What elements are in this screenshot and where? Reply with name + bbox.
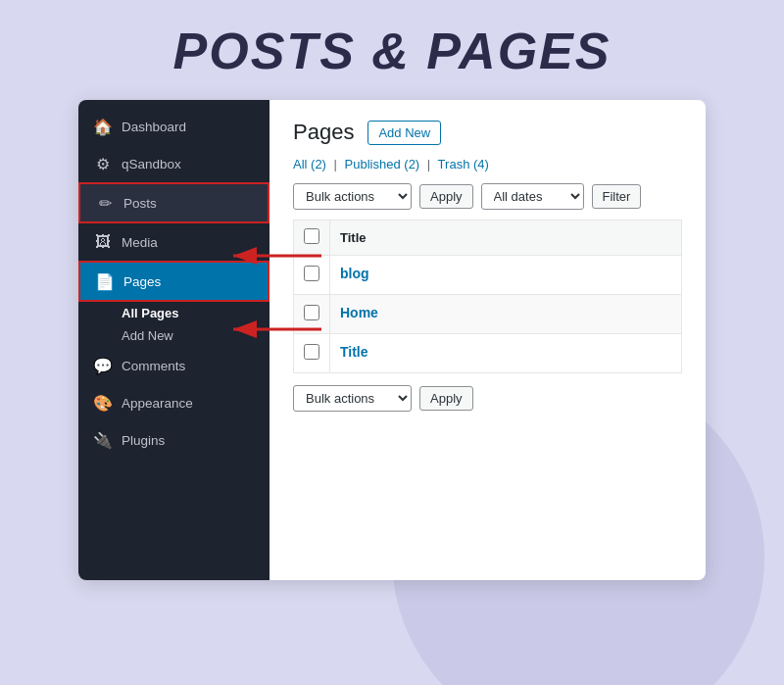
row-home-title-cell: Home xyxy=(330,295,682,334)
table-row: Title xyxy=(294,334,682,373)
sidebar-item-plugins-label: Plugins xyxy=(122,433,165,448)
all-pages-label: All Pages xyxy=(122,306,179,320)
qsandbox-icon: ⚙ xyxy=(94,155,112,172)
pages-arrow xyxy=(228,316,326,343)
pages-icon: 📄 xyxy=(96,272,114,290)
posts-arrow xyxy=(228,242,326,269)
sidebar-item-appearance-label: Appearance xyxy=(122,396,193,411)
row-title-title-cell: Title xyxy=(330,334,682,373)
row-title-checkbox[interactable] xyxy=(304,344,319,360)
filter-all[interactable]: All (2) xyxy=(293,157,326,171)
filter-links: All (2) | Published (2) | Trash (4) xyxy=(293,157,682,171)
row-blog-link[interactable]: blog xyxy=(340,266,369,281)
pages-table: Title blog xyxy=(293,220,682,373)
arrow-pages-svg xyxy=(228,316,326,343)
bulk-actions-select-bottom[interactable]: Bulk actions Edit Move to Trash xyxy=(293,385,412,412)
page-title-section: POSTS & PAGES xyxy=(0,0,784,100)
sidebar-item-qsandbox-label: qSandbox xyxy=(122,157,181,171)
sidebar-item-appearance[interactable]: 🎨 Appearance xyxy=(78,384,270,421)
sidebar-item-qsandbox[interactable]: ⚙ qSandbox xyxy=(78,145,270,182)
posts-icon: ✏ xyxy=(96,194,114,212)
table-row: blog xyxy=(294,256,682,295)
comments-icon: 💬 xyxy=(94,357,112,374)
main-layout: 🏠 Dashboard ⚙ qSandbox ✏ Posts 🖼 Media 📄 xyxy=(78,100,706,580)
sidebar-item-dashboard[interactable]: 🏠 Dashboard xyxy=(78,108,270,145)
sidebar-item-comments[interactable]: 💬 Comments xyxy=(78,347,270,384)
table-header-row: Title xyxy=(294,220,682,256)
media-icon: 🖼 xyxy=(94,233,112,251)
filter-button[interactable]: Filter xyxy=(592,184,642,209)
dates-select[interactable]: All dates xyxy=(481,183,584,210)
sidebar-item-posts[interactable]: ✏ Posts xyxy=(78,182,270,223)
sidebar-item-plugins[interactable]: 🔌 Plugins xyxy=(78,421,270,459)
filter-published[interactable]: Published (2) xyxy=(345,157,420,171)
top-toolbar: Bulk actions Edit Move to Trash Apply Al… xyxy=(293,183,682,210)
col-title-header: Title xyxy=(330,220,682,256)
bottom-toolbar: Bulk actions Edit Move to Trash Apply xyxy=(293,385,682,412)
plugins-icon: 🔌 xyxy=(94,431,112,449)
content-area: Pages Add New All (2) | Published (2) | … xyxy=(270,100,706,580)
bulk-actions-select-top[interactable]: Bulk actions Edit Move to Trash xyxy=(293,183,412,210)
sidebar-add-new-label: Add New xyxy=(122,328,173,343)
appearance-icon: 🎨 xyxy=(94,394,112,412)
arrow-posts-svg xyxy=(228,242,326,269)
table-row: Home xyxy=(294,295,682,334)
dashboard-icon: 🏠 xyxy=(94,118,112,135)
sidebar-item-media-label: Media xyxy=(122,235,158,250)
filter-trash[interactable]: Trash (4) xyxy=(438,157,489,171)
content-title: Pages xyxy=(293,120,354,145)
apply-button-top[interactable]: Apply xyxy=(419,184,473,209)
page-title: POSTS & PAGES xyxy=(0,22,784,80)
sidebar-item-comments-label: Comments xyxy=(122,359,185,373)
content-header: Pages Add New xyxy=(293,120,682,145)
add-new-button[interactable]: Add New xyxy=(368,121,441,145)
apply-button-bottom[interactable]: Apply xyxy=(419,386,473,411)
row-blog-title-cell: blog xyxy=(330,256,682,295)
sidebar-item-posts-label: Posts xyxy=(123,196,157,211)
sidebar-item-dashboard-label: Dashboard xyxy=(122,120,186,134)
sidebar-item-pages-label: Pages xyxy=(123,274,161,289)
row-title-link[interactable]: Title xyxy=(340,344,368,360)
row-home-link[interactable]: Home xyxy=(340,305,378,320)
